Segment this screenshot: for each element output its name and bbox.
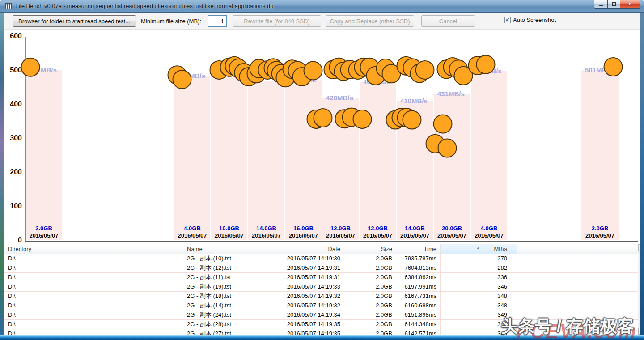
auto-screenshot-checkbox[interactable]: Auto Screenshot <box>504 17 556 23</box>
column-header-time[interactable]: Time <box>395 244 441 254</box>
table-cell: 2G - 副本 (14).tst <box>183 301 274 310</box>
table-cell: 2G - 副本 (18).tst <box>183 292 274 301</box>
table-header-row: DirectoryNameDateSizeTimeMB/s▴ <box>4 244 640 254</box>
table-cell: 6197.991ms <box>395 282 441 292</box>
maximize-icon <box>612 2 616 6</box>
window-title: File Bench v0.07a - measuring sequential… <box>15 3 273 9</box>
table-cell: 346 <box>441 282 517 292</box>
auto-screenshot-label: Auto Screenshot <box>513 17 556 23</box>
table-cell: 2G - 副本 (11).tst <box>183 273 274 282</box>
table-cell: 2016/05/07 14:19:35 <box>274 320 343 329</box>
table-cell: 2G - 副本 (28).tst <box>183 320 274 329</box>
title-bar[interactable]: File Bench v0.07a - measuring sequential… <box>0 0 644 13</box>
scatter-point <box>304 61 322 80</box>
table-cell: 2.0GB <box>343 282 395 292</box>
scatter-point <box>314 109 332 127</box>
table-cell: D:\ <box>4 329 183 335</box>
min-file-size-input[interactable] <box>208 15 227 27</box>
table-cell: 6142.571ms <box>395 329 441 335</box>
table-row[interactable]: D:\2G - 副本 (28).tst2016/05/07 14:19:352.… <box>4 320 640 329</box>
table-cell: 2016/05/07 14:19:31 <box>274 273 343 282</box>
table-cell: 6384.862ms <box>395 273 441 282</box>
read-speed-chart: 501MB/s2.0GB2016/05/07484MB/s4.0GB2016/0… <box>4 30 640 244</box>
table-row[interactable]: D:\2G - 副本 (19).tst2016/05/07 14:19:332.… <box>4 282 640 292</box>
table-cell: 2.0GB <box>343 254 395 264</box>
table-cell: 2.0GB <box>343 329 395 335</box>
scatter-points-layer <box>4 30 640 244</box>
file-bench-window: File Bench v0.07a - measuring sequential… <box>0 0 644 340</box>
cancel-button[interactable]: Cancel <box>421 15 475 27</box>
column-header-directory[interactable]: Directory <box>4 244 183 254</box>
table-row[interactable]: D:\2G - 副本 (24).tst2016/05/07 14:19:342.… <box>4 310 640 320</box>
table-cell: 348 <box>441 301 517 310</box>
table-cell: 2.0GB <box>343 264 395 273</box>
scatter-point <box>353 110 372 128</box>
table-cell: 2016/05/07 14:19:34 <box>274 310 343 320</box>
table-cell: D:\ <box>4 310 183 320</box>
copy-replace-button[interactable]: Copy and Replace (other SSD) <box>326 15 414 27</box>
table-cell: 7604.813ms <box>395 264 441 273</box>
close-icon <box>628 1 632 7</box>
minimize-button[interactable] <box>594 0 607 8</box>
table-cell: 348 <box>441 292 517 301</box>
table-cell: 2.0GB <box>343 310 395 320</box>
maximize-button[interactable] <box>607 0 620 8</box>
table-cell: 2.0GB <box>343 273 395 282</box>
scatter-point <box>173 70 191 89</box>
scatter-point <box>434 115 452 133</box>
window-border-bottom <box>0 335 644 340</box>
table-cell: 2G - 副本 (27).tst <box>183 329 274 335</box>
table-cell: 349 <box>441 320 517 329</box>
table-cell: 270 <box>441 254 517 264</box>
table-cell: D:\ <box>4 301 183 310</box>
table-row[interactable]: D:\2G - 副本 (18).tst2016/05/07 14:19:322.… <box>4 292 640 301</box>
table-cell: 2G - 副本 (24).tst <box>183 310 274 320</box>
table-cell: 2016/05/07 14:19:33 <box>274 282 343 292</box>
table-cell: 2016/05/07 14:19:35 <box>274 329 343 335</box>
results-table: DirectoryNameDateSizeTimeMB/s▴ D:\2G - 副… <box>4 244 640 335</box>
table-row[interactable]: D:\2G - 副本 (12).tst2016/05/07 14:19:312.… <box>4 264 640 273</box>
scatter-point <box>21 58 40 76</box>
table-cell: 2016/05/07 14:19:31 <box>274 264 343 273</box>
table-cell: 2G - 副本 (19).tst <box>183 282 274 292</box>
minimize-icon <box>599 5 603 6</box>
table-cell: 7935.787ms <box>395 254 441 264</box>
column-header-name[interactable]: Name <box>183 244 274 254</box>
column-header-mbs[interactable]: MB/s▴ <box>441 244 517 254</box>
table-cell: 2016/05/07 14:19:32 <box>274 292 343 301</box>
window-border-right <box>640 13 644 335</box>
table-row[interactable]: D:\2G - 副本 (14).tst2016/05/07 14:19:322.… <box>4 301 640 310</box>
table-row[interactable]: D:\2G - 副本 (10).tst2016/05/07 14:19:302.… <box>4 254 640 264</box>
table-cell: 2016/05/07 14:19:32 <box>274 301 343 310</box>
table-row[interactable]: D:\2G - 副本 (11).tst2016/05/07 14:19:312.… <box>4 273 640 282</box>
rewrite-file-button[interactable]: Rewrite file (for 840 SSD) <box>233 15 321 27</box>
column-header-size[interactable]: Size <box>343 244 395 254</box>
table-cell: 2.0GB <box>343 320 395 329</box>
table-row[interactable]: D:\2G - 副本 (27).tst2016/05/07 14:19:352.… <box>4 329 640 335</box>
table-cell: D:\ <box>4 320 183 329</box>
scatter-point <box>604 58 623 76</box>
table-cell: 2016/05/07 14:19:30 <box>274 254 343 264</box>
scatter-point <box>438 139 457 157</box>
table-cell: 282 <box>441 264 517 273</box>
table-cell: D:\ <box>4 282 183 292</box>
browse-folder-button[interactable]: Browser for folder to start read speed t… <box>13 15 136 27</box>
column-header-date[interactable]: Date <box>274 244 343 254</box>
table-cell: 336 <box>441 273 517 282</box>
table-cell: 6151.898ms <box>395 310 441 320</box>
scatter-point <box>416 61 434 79</box>
table-cell: D:\ <box>4 273 183 282</box>
close-button[interactable] <box>620 0 640 8</box>
min-file-size-label: Minimum file size (MB): <box>141 18 201 25</box>
table-cell: 6144.348ms <box>395 320 441 329</box>
table-cell: 6160.688ms <box>395 301 441 310</box>
sort-ascending-icon: ▴ <box>477 244 479 252</box>
window-border-left <box>0 13 4 335</box>
table-cell: 6167.731ms <box>395 292 441 301</box>
table-cell: 349 <box>441 310 517 320</box>
table-cell: 349 <box>441 329 517 335</box>
table-cell: 2G - 副本 (12).tst <box>183 264 274 273</box>
table-cell: D:\ <box>4 264 183 273</box>
scatter-point <box>403 110 421 129</box>
app-icon <box>5 3 12 9</box>
